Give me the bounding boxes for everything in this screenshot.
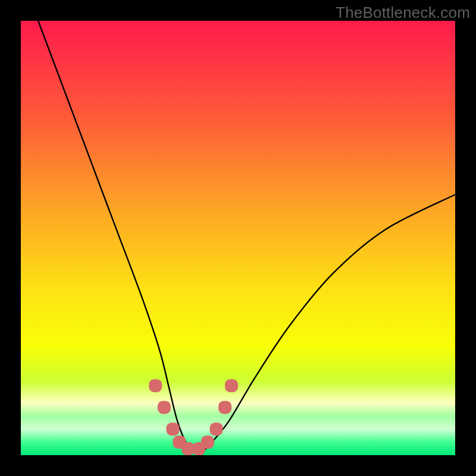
bottleneck-curve: [38, 21, 455, 452]
marker-dot: [149, 379, 162, 392]
marker-dot: [218, 401, 231, 414]
marker-dot: [158, 401, 171, 414]
plot-area: [21, 21, 455, 455]
marker-dot: [201, 436, 214, 449]
curve-layer: [21, 21, 455, 455]
marker-dot: [210, 422, 223, 436]
marker-dot: [225, 379, 238, 392]
marker-dot: [167, 422, 180, 436]
watermark-text: TheBottleneck.com: [336, 4, 470, 22]
chart-frame: TheBottleneck.com: [0, 0, 476, 476]
overlay-dots: [149, 379, 238, 455]
